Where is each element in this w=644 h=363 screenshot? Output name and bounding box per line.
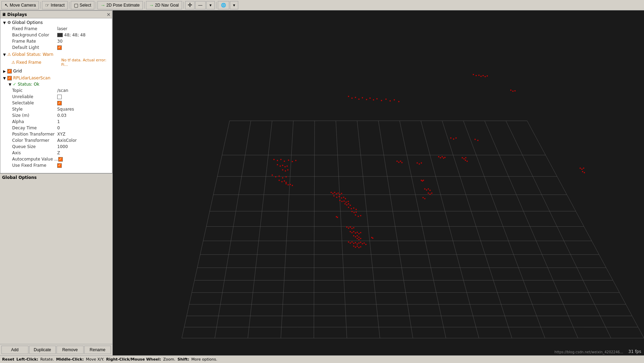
status-ok-row: ▼ ✓ Status: Ok (0, 81, 112, 87)
pose-estimate-button[interactable]: → 2D Pose Estimate (97, 1, 143, 9)
global-status-arrow[interactable]: ▼ (3, 53, 7, 57)
remove-button[interactable]: Remove (57, 346, 84, 354)
select-label: Select (79, 3, 91, 8)
size-value[interactable]: 0.03 (57, 113, 67, 118)
displays-title: 🖥 Displays (2, 12, 27, 17)
style-value[interactable]: Squares (57, 107, 74, 112)
queue-size-value[interactable]: 1000 (57, 144, 68, 149)
global-status-item: ▼ ⚠ Global Status: Warn ⚠ Fixed Frame No… (0, 51, 112, 68)
axis-row: Axis Z (0, 150, 112, 156)
add-button[interactable]: Add (1, 346, 28, 354)
grid-item: ▶ Grid (0, 68, 112, 75)
url-text: https://blog.csdn.net/weixin_4202246... (555, 350, 623, 354)
decay-time-row: Decay Time 0 (0, 125, 112, 131)
pose-estimate-label: 2D Pose Estimate (106, 3, 140, 8)
grid-canvas (113, 10, 644, 355)
global-options-item: ▼ ⚙ Global Options Fixed Frame laser (0, 19, 112, 51)
displays-close-button[interactable]: ✕ (106, 12, 111, 17)
left-panel: 🖥 Displays ✕ ▼ ⚙ Global Options (0, 10, 113, 355)
background-color-swatch[interactable] (57, 33, 63, 37)
dropdown-button-2[interactable]: ▾ (230, 1, 238, 9)
default-light-row: Default Light (0, 44, 112, 51)
fixed-frame-error-row: ⚠ Fixed Frame No tf data. Actual error: … (0, 58, 112, 67)
select-button[interactable]: ▢ Select (71, 1, 94, 9)
topic-value[interactable]: /scan (57, 88, 68, 93)
add-point-button[interactable]: ✛ (185, 1, 195, 9)
use-fixed-frame-row: Use Fixed Frame (0, 162, 112, 168)
selectable-row: Selectable (0, 100, 112, 106)
global-options-row[interactable]: ▼ ⚙ Global Options (0, 19, 112, 26)
rplidar-label: RPLidarLaserScan (13, 76, 111, 80)
toolbar-separator-3 (96, 2, 96, 9)
bottom-buttons: Add Duplicate Remove Rename (0, 344, 112, 355)
grid-arrow[interactable]: ▶ (3, 69, 7, 73)
global-status-icon: ⚠ (7, 52, 11, 57)
shift-key: Shift: (178, 357, 189, 362)
position-transformer-value[interactable]: XYZ (57, 132, 66, 137)
rplidar-row[interactable]: ▼ RPLidarLaserScan (0, 75, 112, 81)
alpha-value[interactable]: 1 (57, 119, 60, 124)
grid-checkbox[interactable] (7, 69, 12, 74)
duplicate-button[interactable]: Duplicate (29, 346, 56, 354)
content-area: 🖥 Displays ✕ ▼ ⚙ Global Options (0, 10, 644, 355)
right-click-key: Right-Click/Mouse Wheel: (106, 357, 161, 362)
interact-button[interactable]: ☞ Interact (42, 1, 68, 9)
global-status-row[interactable]: ▼ ⚠ Global Status: Warn (0, 51, 112, 58)
pose-estimate-icon: → (101, 2, 105, 8)
viewport[interactable]: 31 fps https://blog.csdn.net/weixin_4202… (113, 10, 644, 355)
left-click-val: Rotate. (40, 357, 54, 362)
rplidar-checkbox[interactable] (7, 76, 12, 80)
toolbar-separator-2 (69, 2, 69, 9)
toolbar: ↖ Move Camera ☞ Interact ▢ Select → 2D P… (0, 0, 644, 10)
globe-button[interactable]: 🌐 (218, 1, 229, 9)
fps-counter: 31 fps (628, 349, 641, 354)
global-options-footer: Global Options (0, 173, 112, 182)
minus-button[interactable]: — (195, 1, 206, 9)
global-options-icon: ⚙ (7, 20, 11, 25)
global-options-arrow[interactable]: ▼ (3, 21, 7, 25)
fixed-frame-value[interactable]: laser (57, 26, 67, 31)
selectable-checkbox[interactable] (57, 101, 62, 105)
position-transformer-row: Position Transformer XYZ (0, 131, 112, 137)
nav-goal-button[interactable]: → 2D Nav Goal (146, 1, 182, 9)
global-status-label: Global Status: Warn (12, 52, 111, 57)
left-panel-empty (0, 182, 112, 344)
grid-label: Grid (13, 69, 111, 74)
nav-goal-icon: → (149, 2, 154, 8)
rplidar-arrow[interactable]: ▼ (3, 76, 7, 80)
topic-row: Topic /scan (0, 87, 112, 94)
frame-rate-row: Frame Rate 30 (0, 38, 112, 44)
displays-tree: ▼ ⚙ Global Options Fixed Frame laser (0, 18, 112, 173)
color-transformer-value[interactable]: AxisColor (57, 138, 77, 143)
use-fixed-frame-checkbox[interactable] (57, 163, 62, 168)
displays-title-text: Displays (7, 12, 27, 17)
left-click-key: Left-Click: (16, 357, 38, 362)
toolbar-separator-4 (144, 2, 145, 9)
move-camera-button[interactable]: ↖ Move Camera (1, 1, 39, 9)
grid-row[interactable]: ▶ Grid (0, 68, 112, 74)
status-bar-left: Reset Left-Click: Rotate. Middle-Click: … (2, 357, 217, 362)
global-options-footer-label: Global Options (2, 175, 37, 180)
fixed-frame-warn-icon: ⚠ (11, 60, 15, 65)
fixed-frame-error: No tf data. Actual error: Fi... (61, 58, 111, 67)
rename-button[interactable]: Rename (84, 346, 111, 354)
toolbar-separator-6 (216, 2, 216, 9)
reset-label[interactable]: Reset (2, 357, 14, 362)
autocompute-checkbox[interactable] (58, 157, 63, 162)
background-color-value: 48; 48; 48 (64, 33, 86, 37)
axis-value[interactable]: Z (57, 150, 60, 155)
interact-label: Interact (51, 3, 65, 8)
toolbar-separator-5 (183, 2, 184, 9)
status-ok-arrow[interactable]: ▼ (9, 83, 12, 86)
move-camera-icon: ↖ (5, 2, 9, 8)
frame-rate-value[interactable]: 30 (57, 39, 62, 44)
decay-time-value[interactable]: 0 (57, 126, 60, 130)
select-icon: ▢ (74, 2, 78, 8)
middle-click-key: Middle-Click: (56, 357, 84, 362)
default-light-checkbox[interactable] (57, 45, 62, 50)
shift-val: More options. (191, 357, 217, 362)
dropdown-button-1[interactable]: ▾ (206, 1, 215, 9)
unreliable-checkbox[interactable] (57, 95, 62, 99)
status-bar: Reset Left-Click: Rotate. Middle-Click: … (0, 355, 644, 363)
size-row: Size (m) 0.03 (0, 112, 112, 119)
